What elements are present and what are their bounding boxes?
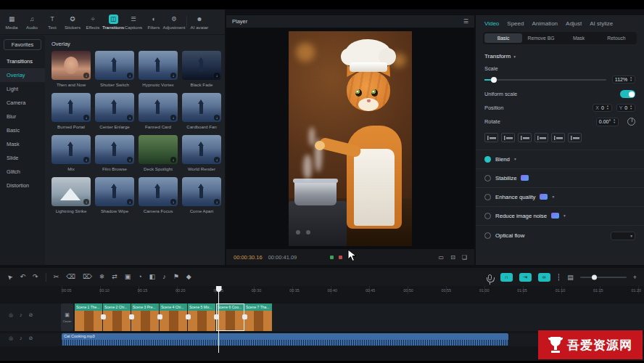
cover-button[interactable]: ▣ Cover	[61, 303, 73, 331]
align-center-horizontal-icon[interactable]	[501, 133, 515, 142]
crop-button[interactable]: ▣	[125, 274, 131, 280]
timeline-clip-7[interactable]: Scene 7 Tha...	[244, 303, 273, 331]
stepper-down-icon[interactable]: ▼	[613, 122, 616, 125]
tab-ai-avatar[interactable]: ☻AI avatar	[189, 15, 210, 30]
stepper-down-icon[interactable]: ▼	[629, 80, 632, 83]
tab-ai-stylize[interactable]: AI stylize	[590, 20, 613, 27]
sidebar-item-mask[interactable]: Mask	[0, 137, 45, 151]
transition-item-hypnotic-vortex[interactable]: ↓Hypnotic Vortex	[139, 51, 178, 87]
tab-stickers[interactable]: ✪Stickers	[62, 15, 83, 30]
transition-item-lightning-strike[interactable]: ↓Lightning Strike	[51, 177, 91, 213]
mirror-button[interactable]: ⇄	[112, 274, 117, 280]
marker-button[interactable]: ⚑	[173, 274, 179, 280]
subtab-retouch[interactable]: Retouch	[598, 33, 635, 43]
stepper-arrows[interactable]: ▲▼	[629, 77, 632, 82]
mute-track-icon[interactable]: ♪	[20, 312, 22, 318]
align-middle-vertical-icon[interactable]	[551, 133, 565, 142]
align-left-icon[interactable]	[484, 133, 498, 142]
tab-media[interactable]: ▦Media	[1, 15, 22, 30]
rotate-dial[interactable]	[627, 118, 635, 126]
undo-button[interactable]: ↶	[20, 274, 26, 280]
timeline-clip-1[interactable]: Scene 1 The...	[75, 303, 103, 331]
stepper-arrows[interactable]: ▲▼	[606, 105, 609, 110]
lock-track-icon[interactable]: ⊘	[29, 312, 33, 318]
subtab-mask[interactable]: Mask	[560, 33, 598, 43]
player-menu-icon[interactable]: ☰	[463, 18, 468, 25]
timeline-clip-2[interactable]: Scene 2 Chi...	[103, 303, 131, 331]
extract-audio-button[interactable]: ♪	[162, 274, 166, 280]
video-preview[interactable]	[289, 31, 412, 246]
stabilize-toggle-icon[interactable]	[484, 175, 491, 182]
delete-left-button[interactable]: ⌫	[66, 274, 75, 280]
transition-indicator[interactable]	[186, 314, 191, 319]
tab-effects[interactable]: ✧Effects	[83, 15, 103, 30]
sidebar-item-slide[interactable]: Slide	[0, 151, 45, 165]
transition-item-camera-focus[interactable]: ↓Camera Focus	[139, 177, 178, 213]
transition-item-burned-portal[interactable]: ↓Burned Portal	[51, 93, 91, 129]
snap-toggle[interactable]: ⇥	[519, 273, 532, 282]
display-mode-icon[interactable]: ▤	[567, 274, 574, 281]
tab-speed[interactable]: Speed	[507, 20, 524, 27]
sidebar-item-camera[interactable]: Camera	[0, 96, 45, 110]
optical-flow-toggle-icon[interactable]	[484, 232, 491, 239]
stepper-down-icon[interactable]: ▼	[606, 108, 609, 111]
transition-item-black-fade[interactable]: ↓Black Fade	[182, 51, 221, 87]
transform-section-header[interactable]: Transform ▾	[476, 49, 644, 61]
tab-audio[interactable]: ♫Audio	[22, 15, 42, 30]
tab-video[interactable]: Video	[484, 20, 499, 27]
tab-transitions[interactable]: ◫Transitions	[103, 15, 123, 30]
transition-item-center-enlarge[interactable]: ↓Center Enlarge	[95, 93, 134, 129]
stabilize-row[interactable]: Stabilize	[476, 168, 644, 187]
magnet-toggle[interactable]: ∩	[500, 273, 513, 282]
scale-slider[interactable]	[484, 79, 606, 81]
sidebar-item-blur[interactable]: Blur	[0, 110, 45, 123]
transition-item-shutter-switch[interactable]: ↓Shutter Switch	[95, 51, 134, 87]
reduce-noise-row[interactable]: Reduce image noise ▾	[476, 206, 644, 225]
speed-button[interactable]: ◔	[138, 274, 141, 280]
transition-item-mix[interactable]: ↓Mix	[51, 135, 91, 171]
stepper-arrows[interactable]: ▲▼	[629, 105, 632, 110]
sidebar-item-transitions[interactable]: Transitions	[0, 54, 45, 68]
subtab-remove-bg[interactable]: Remove BG	[522, 33, 560, 43]
transition-item-shadow-wipe[interactable]: ↓Shadow Wipe	[95, 177, 134, 213]
optical-flow-row[interactable]: Optical flow ▾	[476, 225, 644, 246]
delete-right-button[interactable]: ⌦	[83, 274, 92, 280]
stepper-down-icon[interactable]: ▼	[629, 108, 632, 111]
lock-track-icon[interactable]: ⊘	[29, 335, 33, 341]
freeze-frame-button[interactable]: ❄	[99, 274, 105, 280]
tab-adjustment[interactable]: ⚙Adjustment	[164, 15, 184, 30]
split-button[interactable]: ✂	[54, 274, 59, 280]
tab-animation[interactable]: Animation	[532, 20, 558, 27]
sidebar-item-favorites[interactable]: Favorites	[4, 39, 41, 50]
tab-text[interactable]: TText	[42, 15, 62, 30]
timeline-clip-4[interactable]: Scene 4 Chi...	[160, 303, 188, 331]
timeline-clip-5[interactable]: Scene 5 Mix...	[188, 303, 216, 331]
fit-icon[interactable]: ⊡	[450, 254, 455, 261]
transition-item-come-apart[interactable]: ↓Come Apart	[182, 177, 221, 213]
enhance-quality-toggle-icon[interactable]	[484, 194, 491, 200]
sidebar-item-light[interactable]: Light	[0, 82, 45, 96]
timeline-zoom-slider[interactable]	[580, 277, 627, 278]
sidebar-item-basic[interactable]: Basic	[0, 123, 45, 137]
stepper-arrows[interactable]: ▲▼	[613, 119, 616, 124]
select-tool-icon[interactable]: ➤	[6, 273, 15, 282]
timeline-ruler[interactable]: 00:05 00:10 00:15 00:20 00:25 00:30 00:3…	[62, 286, 641, 294]
transition-item-film-browse[interactable]: ↓Film Browse	[95, 135, 134, 171]
record-voiceover-icon[interactable]	[488, 274, 492, 280]
enhance-quality-row[interactable]: Enhance quality ▾	[476, 187, 644, 206]
sidebar-item-distortion[interactable]: Distortion	[0, 179, 45, 192]
scale-value-field[interactable]: 112% ▲▼	[612, 76, 635, 83]
optical-flow-dropdown[interactable]: ▾	[611, 232, 635, 240]
tab-filters[interactable]: ◐Filters	[144, 15, 164, 30]
sidebar-item-overlay[interactable]: Overlay	[0, 68, 45, 82]
align-bottom-icon[interactable]	[568, 133, 582, 142]
transition-indicator[interactable]	[157, 314, 162, 319]
timeline-clip-3[interactable]: Scene 3 Pre...	[131, 303, 160, 331]
hide-track-icon[interactable]: ◎	[9, 335, 13, 341]
mask-button[interactable]: ◧	[149, 274, 156, 280]
fullscreen-icon[interactable]: ❏	[462, 254, 467, 261]
reduce-noise-toggle-icon[interactable]	[484, 213, 491, 219]
audio-clip[interactable]: Cat Cooking.mp3	[62, 333, 508, 346]
redo-button[interactable]: ↷	[33, 274, 38, 280]
tab-adjust[interactable]: Adjust	[566, 20, 582, 27]
